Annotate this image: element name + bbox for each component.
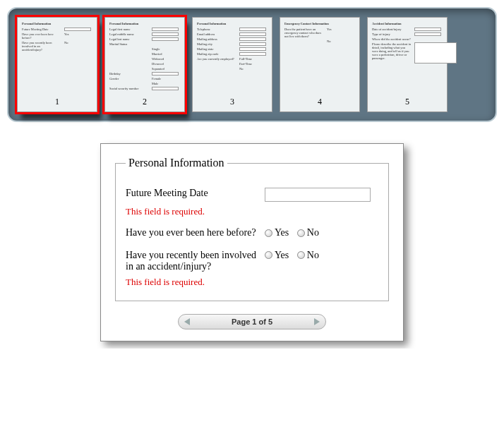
accident-injury-label: Have you recently been involved in an ac… [126, 250, 265, 272]
pager-text: Page 1 of 5 [232, 317, 272, 326]
radio-icon [265, 229, 272, 237]
page-thumbnail-3[interactable]: Personal InformationTelephoneEmail addre… [192, 17, 272, 112]
form-page: Personal Information Future Meeting Date… [100, 143, 404, 341]
fieldset-legend: Personal Information [126, 157, 227, 169]
radio-icon [265, 251, 272, 259]
thumbnail-strip: Personal InformationFuture Meeting DateH… [7, 7, 497, 122]
personal-information-fieldset: Personal Information Future Meeting Date… [115, 157, 389, 301]
page-thumbnail-4[interactable]: Emergency Contact InformationDoes the pa… [280, 17, 360, 112]
future-meeting-date-label: Future Meeting Date [126, 188, 265, 202]
been-here-before-yes[interactable]: Yes [265, 227, 289, 238]
accident-injury-error: This field is required. [126, 277, 378, 288]
accident-injury-no[interactable]: No [297, 250, 319, 261]
radio-icon [297, 229, 305, 237]
pager: Page 1 of 5 [178, 314, 326, 329]
been-here-before-no[interactable]: No [297, 227, 319, 238]
page-thumbnail-1[interactable]: Personal InformationFuture Meeting DateH… [17, 17, 97, 112]
accident-injury-yes[interactable]: Yes [265, 250, 289, 261]
been-here-before-label: Have you ever been here before? [126, 227, 265, 240]
page-thumbnail-5[interactable]: Accident InformationDate of accident/inj… [367, 17, 448, 112]
page-thumbnail-2[interactable]: Personal InformationLegal first nameLega… [104, 17, 185, 112]
pager-next-icon[interactable] [314, 318, 320, 325]
future-meeting-date-input[interactable] [265, 188, 371, 202]
future-meeting-date-error: This field is required. [126, 206, 378, 217]
pager-prev-icon[interactable] [184, 318, 190, 325]
radio-icon [297, 251, 305, 259]
